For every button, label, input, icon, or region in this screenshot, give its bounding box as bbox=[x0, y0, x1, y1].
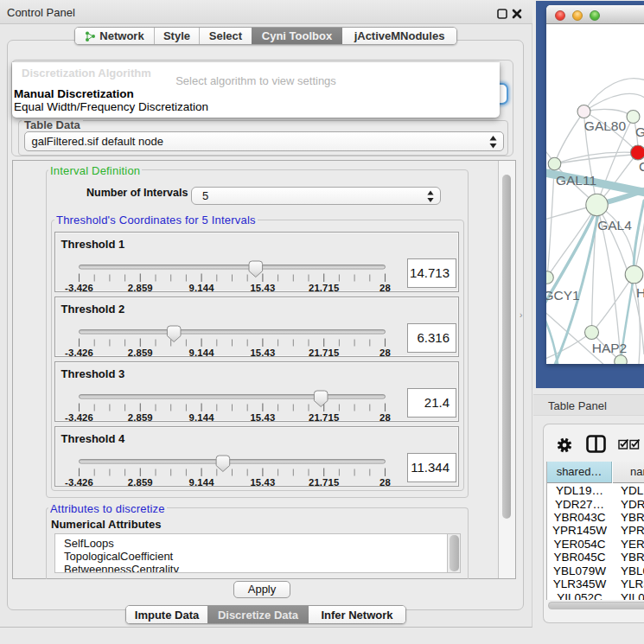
svg-text:2.859: 2.859 bbox=[127, 347, 152, 357]
svg-text:21.715: 21.715 bbox=[308, 347, 338, 357]
svg-text:15.43: 15.43 bbox=[250, 476, 275, 487]
svg-text:9.144: 9.144 bbox=[188, 282, 214, 292]
svg-text:GCY1: GCY1 bbox=[546, 288, 580, 303]
svg-text:2.859: 2.859 bbox=[127, 476, 152, 487]
svg-text:2.859: 2.859 bbox=[127, 282, 152, 292]
svg-text:-3.426: -3.426 bbox=[65, 411, 93, 422]
svg-text:GAL80: GAL80 bbox=[584, 118, 627, 133]
svg-text:28: 28 bbox=[379, 282, 391, 292]
svg-text:9.144: 9.144 bbox=[188, 476, 214, 487]
svg-text:21.715: 21.715 bbox=[308, 282, 338, 292]
svg-text:21.715: 21.715 bbox=[308, 476, 338, 487]
svg-text:-3.426: -3.426 bbox=[65, 282, 93, 292]
svg-text:CYC8: CYC8 bbox=[639, 159, 644, 174]
svg-text:9.144: 9.144 bbox=[188, 411, 214, 422]
svg-text:-3.426: -3.426 bbox=[65, 476, 93, 487]
svg-text:28: 28 bbox=[379, 347, 391, 357]
svg-text:GAL4: GAL4 bbox=[597, 218, 632, 233]
svg-text:GAL11: GAL11 bbox=[556, 173, 596, 188]
svg-text:2.859: 2.859 bbox=[127, 411, 152, 422]
svg-text:15.43: 15.43 bbox=[250, 347, 275, 357]
svg-text:28: 28 bbox=[379, 411, 391, 422]
svg-text:9.144: 9.144 bbox=[188, 347, 214, 357]
svg-text:15.43: 15.43 bbox=[250, 282, 275, 292]
svg-text:GAL2: GAL2 bbox=[635, 124, 644, 139]
svg-text:15.43: 15.43 bbox=[250, 411, 275, 422]
svg-text:-3.426: -3.426 bbox=[65, 347, 93, 357]
svg-text:21.715: 21.715 bbox=[308, 411, 338, 422]
svg-text:28: 28 bbox=[379, 476, 391, 487]
svg-text:HAP4: HAP4 bbox=[636, 285, 644, 300]
svg-text:HAP2: HAP2 bbox=[592, 341, 628, 355]
